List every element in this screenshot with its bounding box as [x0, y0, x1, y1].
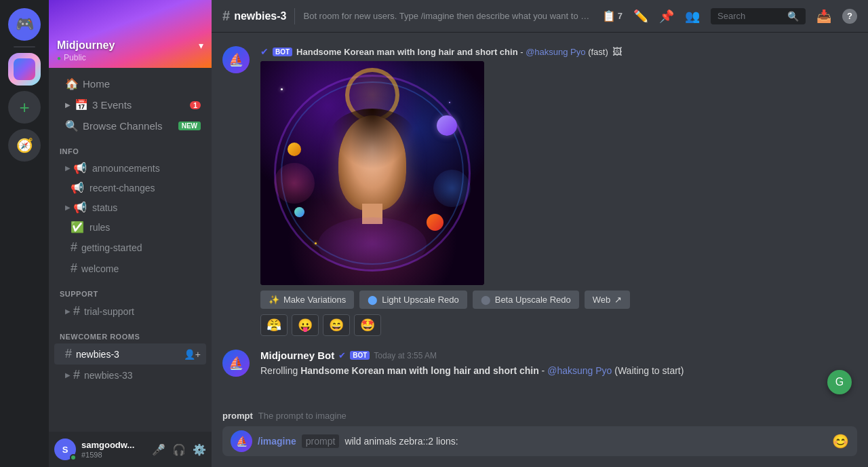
- bot-badge-inline: BOT: [273, 48, 292, 56]
- sidebar-item-events[interactable]: ▶ 📅 3 Events 1: [54, 94, 206, 115]
- pin-icon[interactable]: 📌: [659, 9, 674, 24]
- image-inline-header: ✔ BOT Handsome Korean man with long hair…: [260, 46, 857, 57]
- channel-name: welcome: [81, 263, 119, 274]
- reaction-2[interactable]: 😛: [292, 314, 319, 336]
- hash-icon3: #: [73, 304, 80, 318]
- bot-badge-2: BOT: [350, 351, 370, 360]
- events-badge: 1: [190, 101, 201, 109]
- web-button[interactable]: Web ↗: [585, 291, 631, 309]
- channel-newbies-33[interactable]: ▶ # newbies-33: [54, 365, 206, 386]
- chat-area: ⛵ ✔ BOT Handsome Korean man with long ha…: [212, 33, 868, 408]
- browse-channels-icon: 🔍: [65, 119, 79, 132]
- server-midjourney[interactable]: [8, 53, 41, 86]
- beta-upscale-icon: ⬤: [481, 295, 491, 305]
- home-icon: 🏠: [65, 77, 79, 90]
- channel-name: newbies-3: [76, 349, 119, 360]
- sidebar-item-home[interactable]: 🏠 Home: [54, 73, 206, 94]
- headphones-icon[interactable]: 🎧: [172, 443, 186, 456]
- channel-status[interactable]: ▶ 📢 status: [54, 198, 206, 217]
- channel-newbies-3[interactable]: # newbies-3 👤+: [54, 343, 206, 365]
- emoji-button[interactable]: 😊: [832, 433, 849, 449]
- events-label: 3 Events: [92, 99, 186, 111]
- thread-icon-area: 📋 7: [602, 10, 623, 22]
- channel-name: status: [92, 202, 117, 213]
- section-newcomer-rooms: NEWCOMER ROOMS: [49, 322, 212, 343]
- username: samgoodw...: [81, 440, 146, 451]
- channel-trial-support[interactable]: ▶ # trial-support: [54, 301, 206, 322]
- hash-icon5: #: [73, 368, 80, 382]
- add-server-button[interactable]: +: [8, 91, 41, 124]
- server-header[interactable]: Midjourney ▾ ● Public: [49, 0, 212, 68]
- thread-icon[interactable]: 📋 7: [602, 10, 623, 22]
- user-info: samgoodw... #1598: [81, 440, 146, 459]
- channel-welcome[interactable]: # welcome: [54, 258, 206, 279]
- scroll-to-bottom-button[interactable]: G: [827, 370, 852, 394]
- bot-avatar-2: ⛵: [222, 350, 250, 377]
- channel-rules[interactable]: ✅ rules: [54, 217, 206, 237]
- explore-button[interactable]: 🧭: [8, 129, 41, 162]
- prompt-hint-text: The prompt to imagine: [258, 411, 347, 421]
- channel-recent-changes[interactable]: 📢 recent-changes: [54, 178, 206, 198]
- home-label: Home: [83, 78, 201, 90]
- section-support: SUPPORT: [49, 279, 212, 301]
- input-avatar: ⛵: [231, 430, 252, 452]
- img-header-bold: Handsome Korean man with long hair and s…: [296, 47, 517, 57]
- topbar-channel: # newbies-3: [222, 8, 286, 24]
- server-dropdown-icon: ▾: [199, 40, 203, 51]
- user-avatar: S: [54, 438, 76, 460]
- microphone-icon[interactable]: 🎤: [152, 443, 165, 456]
- settings-icon[interactable]: ⚙️: [193, 443, 206, 456]
- message-timestamp: Today at 3:55 AM: [374, 351, 437, 360]
- message-text-2: Rerolling Handsome Korean man with long …: [260, 364, 857, 378]
- server-badge: Public: [64, 53, 86, 62]
- reaction-3[interactable]: 😄: [323, 314, 350, 336]
- channel-announcements[interactable]: ▶ 📢 announcements: [54, 158, 206, 178]
- server-name: Midjourney: [57, 39, 115, 52]
- input-wrapper: ⛵ /imagine prompt 😊: [222, 426, 857, 456]
- mention[interactable]: @haksung Pyo: [547, 365, 612, 376]
- message-group-2: ⛵ Midjourney Bot ✔ BOT Today at 3:55 AM …: [222, 347, 857, 381]
- pencil-icon[interactable]: ✏️: [633, 9, 648, 24]
- search-bar[interactable]: Search 🔍: [711, 8, 806, 24]
- bold-text: Handsome Korean man with long hair and s…: [300, 365, 539, 376]
- ai-image: [260, 61, 484, 285]
- expand-icon3: ▶: [65, 307, 71, 315]
- inbox-icon[interactable]: 📥: [816, 9, 831, 24]
- variations-icon: ✨: [269, 295, 279, 305]
- reaction-4[interactable]: 🤩: [354, 314, 381, 336]
- members-icon[interactable]: 👥: [685, 9, 700, 24]
- channel-hash-icon: #: [222, 8, 230, 24]
- message-header-2: Midjourney Bot ✔ BOT Today at 3:55 AM: [260, 350, 857, 361]
- beta-upscale-redo-button[interactable]: ⬤ Beta Upscale Redo: [473, 291, 579, 309]
- section-info: INFO: [49, 136, 212, 158]
- topbar-description: Bot room for new users. Type /imagine th…: [303, 11, 593, 21]
- topbar: # newbies-3 Bot room for new users. Type…: [212, 0, 868, 33]
- channel-getting-started[interactable]: # getting-started: [54, 237, 206, 258]
- user-bar: S samgoodw... #1598 🎤 🎧 ⚙️: [49, 432, 212, 467]
- server-separator: [14, 46, 35, 48]
- hash-icon4: #: [65, 347, 72, 361]
- help-icon[interactable]: ?: [842, 9, 857, 24]
- message-group-1: ⛵ ✔ BOT Handsome Korean man with long ha…: [222, 43, 857, 339]
- web-label: Web: [593, 295, 611, 305]
- sidebar-item-browse-channels[interactable]: 🔍 Browse Channels NEW: [54, 115, 206, 136]
- make-variations-button[interactable]: ✨ Make Variations: [260, 291, 354, 309]
- announce-icon2: 📢: [71, 181, 84, 194]
- image-icon: 🖼: [612, 46, 622, 57]
- message-input[interactable]: [344, 436, 827, 447]
- bot-avatar-1: ⛵: [222, 46, 250, 73]
- prompt-keyword: prompt: [222, 411, 253, 421]
- hash-icon2: #: [71, 261, 77, 276]
- input-area: ⛵ /imagine prompt 😊: [212, 421, 868, 467]
- light-upscale-label: Light Upscale Redo: [382, 295, 458, 305]
- message-content-2: Midjourney Bot ✔ BOT Today at 3:55 AM Re…: [260, 350, 857, 378]
- topbar-divider: [294, 8, 295, 24]
- server-discord[interactable]: 🎮: [8, 8, 41, 41]
- light-upscale-redo-button[interactable]: ⬤ Light Upscale Redo: [359, 291, 467, 309]
- channel-name: newbies-33: [84, 370, 133, 381]
- user-tag: #1598: [81, 451, 146, 459]
- channel-name: getting-started: [81, 242, 142, 253]
- server-bar: 🎮 + 🧭: [0, 0, 49, 467]
- reaction-1[interactable]: 😤: [260, 314, 288, 336]
- calendar-icon: 📅: [75, 98, 88, 111]
